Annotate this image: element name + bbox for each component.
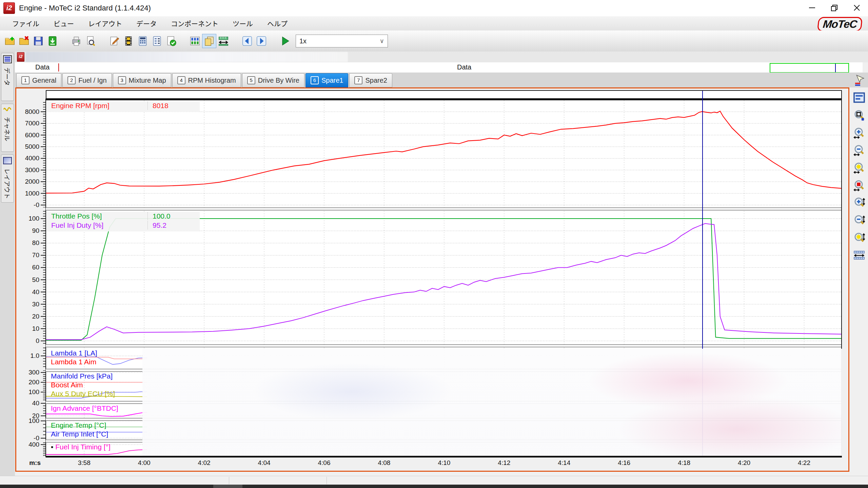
chevron-down-icon: ∨: [380, 37, 384, 45]
y-tick-label: 80: [13, 240, 39, 246]
cursor-tools-icon[interactable]: [852, 73, 867, 88]
film-icon[interactable]: [122, 34, 135, 48]
zoom-full-vertical-icon[interactable]: [852, 230, 867, 245]
y-tick-label: 4000: [13, 155, 39, 162]
x-axis-unit: m:s: [17, 459, 41, 467]
grid-display-icon[interactable]: [188, 34, 202, 48]
y-tick-label: 8000: [13, 108, 39, 115]
tab-number: 2: [67, 76, 76, 84]
y-tick-label: 40: [13, 400, 39, 407]
time-marker-line: [58, 63, 59, 72]
panel-plot-rpm[interactable]: [46, 100, 842, 207]
nav-forward-icon[interactable]: [255, 34, 268, 48]
channel-label-box-rpm: Engine RPM [rpm]8018: [46, 101, 200, 112]
range-overview-box[interactable]: [770, 63, 849, 73]
app-window: i2 Engine - MoTeC i2 Standard (1.1.4.424…: [0, 0, 868, 488]
zoom-cursor-icon[interactable]: [852, 108, 867, 123]
zoom-full-time-icon[interactable]: [852, 160, 867, 175]
tab-spare2[interactable]: 7Spare2: [349, 73, 392, 87]
edit-icon[interactable]: [107, 34, 121, 48]
y-tick-label: 1000: [13, 190, 39, 197]
tab-spare1[interactable]: 6Spare1: [305, 73, 349, 87]
zoom-out-time-icon[interactable]: [852, 143, 867, 158]
x-tick-label: 4:22: [791, 459, 818, 467]
window-title: Engine - MoTeC i2 Standard (1.1.4.424): [19, 4, 151, 13]
zoom-toolbar: [850, 73, 868, 263]
menu-item-6[interactable]: ヘルプ: [261, 17, 294, 30]
zoom-out-vertical-icon[interactable]: [852, 213, 867, 228]
measure-icon[interactable]: [217, 34, 230, 48]
values-icon[interactable]: [136, 34, 150, 48]
channel-name: Air Temp Inlet [°C]: [51, 430, 108, 438]
save-icon[interactable]: [32, 34, 45, 48]
menu-item-3[interactable]: データ: [130, 17, 163, 30]
nav-back-icon[interactable]: [240, 34, 254, 48]
time-range-bar[interactable]: [46, 90, 842, 99]
zoom-in-vertical-icon[interactable]: [852, 195, 867, 210]
zoom-selection-icon[interactable]: [852, 178, 867, 193]
minimize-button[interactable]: [801, 0, 823, 16]
channel-name: Throttle Pos [%]: [51, 212, 102, 220]
x-tick-label: 4:12: [491, 459, 518, 467]
channel-name: Fuel Inj Duty [%]: [51, 221, 103, 229]
table-icon: [3, 55, 12, 65]
tab-label: RPM Histogram: [188, 77, 236, 84]
restore-button[interactable]: [823, 0, 846, 16]
print-icon[interactable]: [70, 34, 83, 48]
x-tick-label: 4:10: [431, 459, 458, 467]
y-tick-label: 50: [13, 277, 39, 283]
dock-tab-label: レイアウト: [3, 168, 12, 199]
dock-tab-label: データ: [3, 67, 12, 86]
dock-tab-label: チャネル: [3, 117, 12, 141]
menu-item-1[interactable]: ビュー: [47, 17, 80, 30]
y-tick-label: 40: [13, 289, 39, 296]
close-button[interactable]: [846, 0, 868, 16]
y-tick-label: 10: [13, 325, 39, 332]
range-cursor-line: [835, 64, 836, 72]
x-tick-label: 4:16: [611, 459, 638, 467]
tab-number: 6: [311, 76, 319, 84]
tab-drive-by-wire[interactable]: 5Drive By Wire: [242, 73, 304, 87]
x-tick-label: 4:14: [551, 459, 578, 467]
dock-tab-1[interactable]: チャネル: [1, 104, 14, 152]
tab-label: Drive By Wire: [258, 77, 299, 84]
main-toolbar: 1x∨: [0, 30, 868, 52]
tab-fuel-ign[interactable]: 2Fuel / Ign: [62, 73, 112, 87]
time-span-icon[interactable]: [852, 248, 867, 263]
y-tick-label: 100: [13, 389, 39, 395]
menu-item-5[interactable]: ツール: [226, 17, 259, 30]
y-tick-label: -0: [13, 202, 39, 208]
x-tick-label: 4:06: [311, 459, 338, 467]
tab-rpm-histogram[interactable]: 4RPM Histogram: [172, 73, 241, 87]
title-bar: i2 Engine - MoTeC i2 Standard (1.1.4.424…: [0, 0, 868, 16]
status-separator: [327, 477, 327, 484]
print-preview-icon[interactable]: [84, 34, 97, 48]
overlay-windows-icon[interactable]: [202, 34, 216, 48]
time-report-icon[interactable]: [150, 34, 164, 48]
redacted-log-name: [26, 52, 348, 62]
tab-mixture-map[interactable]: 3Mixture Map: [113, 73, 171, 87]
folder-add-icon[interactable]: [3, 34, 17, 48]
y-tick-label: 3000: [13, 167, 39, 174]
channel-name: ▪ Fuel Inj Timing [°]: [51, 443, 111, 451]
menu-item-4[interactable]: コンポーネント: [165, 17, 224, 30]
panel-view-icon[interactable]: [852, 90, 867, 105]
zoom-in-time-icon[interactable]: [852, 125, 867, 140]
channel-name: Lambda 1 Aim: [51, 358, 96, 366]
wave-icon: [3, 106, 12, 114]
dock-tab-0[interactable]: データ: [1, 53, 14, 101]
play-icon[interactable]: [278, 34, 292, 48]
playback-speed-select[interactable]: 1x∨: [296, 35, 388, 47]
channel-name: Engine Temp [°C]: [51, 421, 106, 429]
redacted-region: [142, 349, 842, 456]
folder-close-icon[interactable]: [17, 34, 31, 48]
status-separator: [229, 477, 229, 484]
menu-item-2[interactable]: レイアウト: [82, 17, 128, 30]
export-icon[interactable]: [46, 34, 59, 48]
channel-name: Aux 5 Duty ECU [%]: [51, 390, 115, 398]
dock-tab-2[interactable]: レイアウト: [1, 155, 14, 203]
menu-item-0[interactable]: ファイル: [6, 17, 45, 30]
verify-icon[interactable]: [164, 34, 178, 48]
y-tick-label: 5000: [13, 143, 39, 150]
tab-general[interactable]: 1General: [16, 73, 61, 87]
